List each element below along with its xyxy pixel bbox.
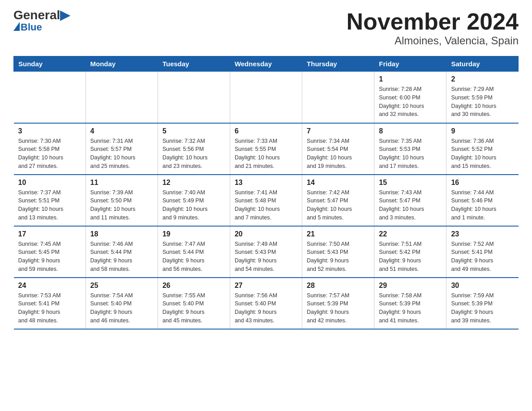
day-info: Sunrise: 7:52 AMSunset: 5:41 PMDaylight:… <box>451 241 493 272</box>
day-info: Sunrise: 7:30 AMSunset: 5:58 PMDaylight:… <box>18 138 64 169</box>
day-number: 12 <box>163 179 225 187</box>
day-number: 7 <box>307 127 369 135</box>
day-number: 16 <box>451 179 514 187</box>
day-info: Sunrise: 7:34 AMSunset: 5:54 PMDaylight:… <box>307 138 352 169</box>
day-info: Sunrise: 7:53 AMSunset: 5:41 PMDaylight:… <box>18 292 61 324</box>
day-cell: 23Sunrise: 7:52 AMSunset: 5:41 PMDayligh… <box>446 226 519 278</box>
day-number: 6 <box>235 127 297 135</box>
day-info: Sunrise: 7:49 AMSunset: 5:43 PMDaylight:… <box>235 241 277 272</box>
day-number: 17 <box>18 230 81 238</box>
day-number: 9 <box>451 127 514 135</box>
day-info: Sunrise: 7:58 AMSunset: 5:39 PMDaylight:… <box>379 292 421 324</box>
day-cell: 11Sunrise: 7:39 AMSunset: 5:50 PMDayligh… <box>86 175 158 226</box>
day-cell: 21Sunrise: 7:50 AMSunset: 5:43 PMDayligh… <box>302 226 374 278</box>
day-info: Sunrise: 7:57 AMSunset: 5:39 PMDaylight:… <box>307 292 349 324</box>
day-number: 20 <box>235 230 297 238</box>
logo: General▶ Blue <box>13 9 70 33</box>
day-number: 13 <box>235 179 297 187</box>
day-info: Sunrise: 7:33 AMSunset: 5:55 PMDaylight:… <box>235 138 280 169</box>
day-cell: 27Sunrise: 7:56 AMSunset: 5:40 PMDayligh… <box>230 278 302 329</box>
day-cell: 28Sunrise: 7:57 AMSunset: 5:39 PMDayligh… <box>302 278 374 329</box>
week-row-2: 10Sunrise: 7:37 AMSunset: 5:51 PMDayligh… <box>14 175 519 226</box>
calendar-subtitle: Almoines, Valencia, Spain <box>347 34 519 47</box>
day-cell: 13Sunrise: 7:41 AMSunset: 5:48 PMDayligh… <box>230 175 302 226</box>
day-cell: 18Sunrise: 7:46 AMSunset: 5:44 PMDayligh… <box>86 226 158 278</box>
week-row-4: 24Sunrise: 7:53 AMSunset: 5:41 PMDayligh… <box>14 278 519 329</box>
day-cell: 10Sunrise: 7:37 AMSunset: 5:51 PMDayligh… <box>14 175 86 226</box>
day-cell: 4Sunrise: 7:31 AMSunset: 5:57 PMDaylight… <box>86 123 158 175</box>
day-number: 2 <box>451 75 514 83</box>
day-number: 23 <box>451 230 514 238</box>
day-info: Sunrise: 7:32 AMSunset: 5:56 PMDaylight:… <box>163 138 208 169</box>
day-cell: 6Sunrise: 7:33 AMSunset: 5:55 PMDaylight… <box>230 123 302 175</box>
day-info: Sunrise: 7:59 AMSunset: 5:39 PMDaylight:… <box>451 292 493 324</box>
col-wednesday: Wednesday <box>230 56 302 72</box>
day-number: 19 <box>163 230 225 238</box>
day-cell: 1Sunrise: 7:28 AMSunset: 6:00 PMDaylight… <box>374 72 446 123</box>
day-number: 14 <box>307 179 369 187</box>
day-number: 8 <box>379 127 442 135</box>
day-number: 26 <box>163 282 225 290</box>
day-cell: 20Sunrise: 7:49 AMSunset: 5:43 PMDayligh… <box>230 226 302 278</box>
day-info: Sunrise: 7:36 AMSunset: 5:52 PMDaylight:… <box>451 138 496 169</box>
logo-triangle-icon <box>13 22 20 31</box>
day-cell: 14Sunrise: 7:42 AMSunset: 5:47 PMDayligh… <box>302 175 374 226</box>
day-info: Sunrise: 7:28 AMSunset: 6:00 PMDaylight:… <box>379 86 424 117</box>
col-monday: Monday <box>86 56 158 72</box>
day-cell <box>158 72 230 123</box>
col-tuesday: Tuesday <box>158 56 230 72</box>
logo-blue-word: Blue <box>21 21 42 33</box>
day-cell: 7Sunrise: 7:34 AMSunset: 5:54 PMDaylight… <box>302 123 374 175</box>
day-info: Sunrise: 7:42 AMSunset: 5:47 PMDaylight:… <box>307 189 352 221</box>
day-cell <box>302 72 374 123</box>
day-number: 22 <box>379 230 442 238</box>
day-cell: 25Sunrise: 7:54 AMSunset: 5:40 PMDayligh… <box>86 278 158 329</box>
day-cell: 29Sunrise: 7:58 AMSunset: 5:39 PMDayligh… <box>374 278 446 329</box>
calendar-header: Sunday Monday Tuesday Wednesday Thursday… <box>14 56 519 72</box>
day-info: Sunrise: 7:56 AMSunset: 5:40 PMDaylight:… <box>235 292 277 324</box>
day-number: 30 <box>451 282 514 290</box>
day-number: 4 <box>90 127 153 135</box>
day-info: Sunrise: 7:54 AMSunset: 5:40 PMDaylight:… <box>90 292 133 324</box>
day-number: 3 <box>18 127 81 135</box>
day-info: Sunrise: 7:46 AMSunset: 5:44 PMDaylight:… <box>90 241 133 272</box>
day-number: 15 <box>379 179 442 187</box>
day-cell: 3Sunrise: 7:30 AMSunset: 5:58 PMDaylight… <box>14 123 86 175</box>
day-cell: 9Sunrise: 7:36 AMSunset: 5:52 PMDaylight… <box>446 123 519 175</box>
day-cell: 16Sunrise: 7:44 AMSunset: 5:46 PMDayligh… <box>446 175 519 226</box>
day-info: Sunrise: 7:41 AMSunset: 5:48 PMDaylight:… <box>235 189 280 221</box>
day-number: 18 <box>90 230 153 238</box>
day-number: 24 <box>18 282 81 290</box>
day-info: Sunrise: 7:39 AMSunset: 5:50 PMDaylight:… <box>90 189 136 221</box>
day-info: Sunrise: 7:43 AMSunset: 5:47 PMDaylight:… <box>379 189 424 221</box>
day-number: 10 <box>18 179 81 187</box>
day-info: Sunrise: 7:50 AMSunset: 5:43 PMDaylight:… <box>307 241 349 272</box>
day-cell: 15Sunrise: 7:43 AMSunset: 5:47 PMDayligh… <box>374 175 446 226</box>
col-sunday: Sunday <box>14 56 86 72</box>
header-row: Sunday Monday Tuesday Wednesday Thursday… <box>14 56 519 72</box>
title-block: November 2024 Almoines, Valencia, Spain <box>347 9 519 47</box>
day-number: 27 <box>235 282 297 290</box>
day-cell: 24Sunrise: 7:53 AMSunset: 5:41 PMDayligh… <box>14 278 86 329</box>
day-info: Sunrise: 7:55 AMSunset: 5:40 PMDaylight:… <box>163 292 205 324</box>
day-cell: 30Sunrise: 7:59 AMSunset: 5:39 PMDayligh… <box>446 278 519 329</box>
day-number: 11 <box>90 179 153 187</box>
week-row-3: 17Sunrise: 7:45 AMSunset: 5:45 PMDayligh… <box>14 226 519 278</box>
week-row-1: 3Sunrise: 7:30 AMSunset: 5:58 PMDaylight… <box>14 123 519 175</box>
calendar-title: November 2024 <box>347 9 519 34</box>
col-thursday: Thursday <box>302 56 374 72</box>
day-info: Sunrise: 7:45 AMSunset: 5:45 PMDaylight:… <box>18 241 61 272</box>
day-cell: 12Sunrise: 7:40 AMSunset: 5:49 PMDayligh… <box>158 175 230 226</box>
page-header: General▶ Blue November 2024 Almoines, Va… <box>13 9 519 47</box>
day-cell: 17Sunrise: 7:45 AMSunset: 5:45 PMDayligh… <box>14 226 86 278</box>
calendar-body: 1Sunrise: 7:28 AMSunset: 6:00 PMDaylight… <box>14 72 519 329</box>
logo-blue-line: Blue <box>13 21 42 33</box>
calendar-table: Sunday Monday Tuesday Wednesday Thursday… <box>13 56 519 330</box>
week-row-0: 1Sunrise: 7:28 AMSunset: 6:00 PMDaylight… <box>14 72 519 123</box>
day-info: Sunrise: 7:47 AMSunset: 5:44 PMDaylight:… <box>163 241 205 272</box>
day-number: 28 <box>307 282 369 290</box>
col-friday: Friday <box>374 56 446 72</box>
day-number: 5 <box>163 127 225 135</box>
day-number: 25 <box>90 282 153 290</box>
day-number: 1 <box>379 75 442 83</box>
